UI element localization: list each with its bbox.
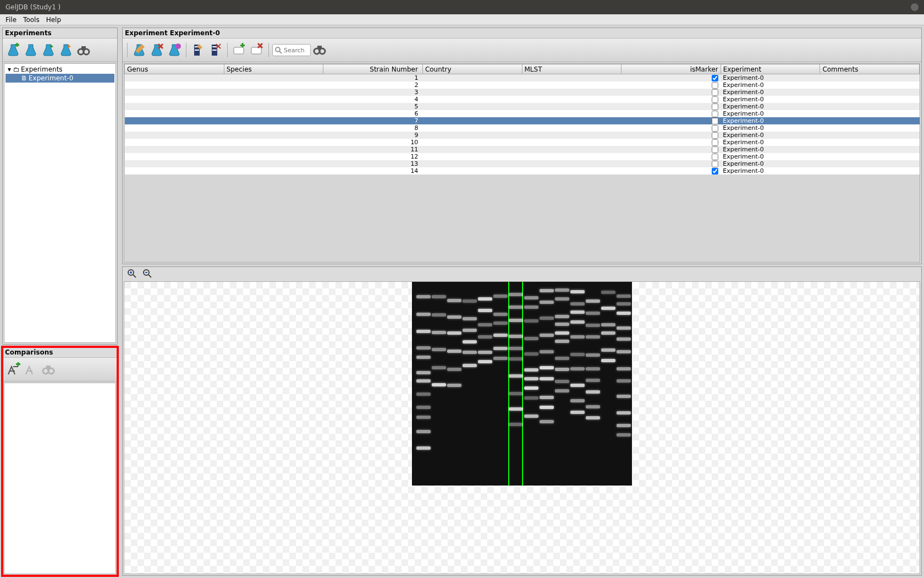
table-row[interactable]: 8Experiment-0 bbox=[125, 124, 920, 132]
cell bbox=[125, 167, 224, 175]
cell bbox=[622, 117, 721, 124]
marker-checkbox[interactable] bbox=[712, 139, 718, 146]
comparison-add-button[interactable] bbox=[5, 361, 21, 378]
cell: 7 bbox=[323, 117, 423, 124]
cell bbox=[125, 132, 224, 139]
cell bbox=[522, 74, 622, 82]
lanes-table[interactable]: GenusSpeciesStrain NumberCountryMLSTisMa… bbox=[124, 64, 920, 175]
cell: Experiment-0 bbox=[721, 146, 820, 153]
experiment-button-2[interactable] bbox=[23, 42, 39, 58]
marker-checkbox[interactable] bbox=[712, 154, 718, 160]
comparisons-panel: Comparisons bbox=[2, 347, 118, 576]
marker-checkbox[interactable] bbox=[712, 96, 718, 103]
svg-point-10 bbox=[175, 43, 181, 49]
col-header[interactable]: Species bbox=[224, 64, 323, 74]
gel-view-panel: // simple synthetic gel lanes bbox=[122, 266, 922, 576]
marker-checkbox[interactable] bbox=[712, 82, 718, 89]
marker-checkbox[interactable] bbox=[712, 146, 718, 153]
marker-checkbox[interactable] bbox=[712, 103, 718, 110]
gel-button-1[interactable] bbox=[190, 42, 206, 58]
tree-item[interactable]: 🗎 Experiment-0 bbox=[6, 74, 114, 83]
table-row[interactable]: 7Experiment-0 bbox=[125, 117, 920, 124]
experiments-tree[interactable]: ▾ 🗀 Experiments 🗎 Experiment-0 bbox=[4, 63, 116, 343]
svg-rect-4 bbox=[81, 46, 86, 50]
cell bbox=[522, 139, 622, 146]
menu-file[interactable]: File bbox=[2, 16, 20, 24]
menu-help[interactable]: Help bbox=[43, 16, 64, 24]
gel-button-2[interactable] bbox=[207, 42, 224, 58]
cell bbox=[224, 160, 323, 167]
cell: Experiment-0 bbox=[721, 117, 820, 124]
marker-checkbox[interactable] bbox=[712, 118, 718, 124]
table-row[interactable]: 12Experiment-0 bbox=[125, 153, 920, 160]
cell bbox=[125, 139, 224, 146]
marker-checkbox[interactable] bbox=[712, 168, 718, 175]
expand-icon[interactable]: ▾ bbox=[7, 66, 12, 73]
cell: 12 bbox=[323, 153, 423, 160]
experiment-button-3[interactable] bbox=[40, 42, 57, 58]
lane-info-button[interactable] bbox=[166, 42, 183, 58]
cell bbox=[522, 146, 622, 153]
table-row[interactable]: 14Experiment-0 bbox=[125, 167, 920, 175]
table-row[interactable]: 9Experiment-0 bbox=[125, 132, 920, 139]
lane-delete-button[interactable] bbox=[148, 42, 165, 58]
table-row[interactable]: 4Experiment-0 bbox=[125, 96, 920, 103]
zoom-in-button[interactable] bbox=[126, 268, 138, 280]
comparison-button-2[interactable] bbox=[23, 361, 39, 378]
table-row[interactable]: 11Experiment-0 bbox=[125, 146, 920, 153]
svg-line-22 bbox=[279, 51, 282, 53]
svg-point-8 bbox=[48, 368, 54, 374]
table-row[interactable]: 10Experiment-0 bbox=[125, 139, 920, 146]
experiment-button-4[interactable] bbox=[58, 42, 74, 58]
marker-checkbox[interactable] bbox=[712, 161, 718, 167]
table-row[interactable]: 5Experiment-0 bbox=[125, 103, 920, 110]
col-header[interactable]: Strain Number bbox=[323, 64, 423, 74]
lane-edit-button[interactable] bbox=[131, 42, 147, 58]
close-icon[interactable] bbox=[911, 3, 919, 11]
cell bbox=[820, 167, 920, 175]
marker-checkbox[interactable] bbox=[712, 75, 718, 81]
cell: 10 bbox=[323, 139, 423, 146]
marker-checkbox[interactable] bbox=[712, 132, 718, 139]
experiment-search-button[interactable] bbox=[75, 42, 92, 58]
menu-tools[interactable]: Tools bbox=[20, 16, 43, 24]
tree-root[interactable]: ▾ 🗀 Experiments bbox=[6, 65, 114, 74]
cell: Experiment-0 bbox=[721, 96, 820, 103]
table-row[interactable]: 2Experiment-0 bbox=[125, 81, 920, 89]
col-header[interactable]: Country bbox=[422, 64, 522, 74]
table-search-button[interactable] bbox=[312, 42, 328, 58]
comparison-search-button[interactable] bbox=[40, 361, 57, 378]
cell: 9 bbox=[323, 132, 423, 139]
cell bbox=[422, 117, 522, 124]
comparisons-tree[interactable] bbox=[4, 383, 116, 574]
card-delete-button[interactable] bbox=[249, 42, 265, 58]
zoom-out-button[interactable] bbox=[141, 268, 153, 280]
cell: Experiment-0 bbox=[721, 139, 820, 146]
marker-checkbox[interactable] bbox=[712, 89, 718, 96]
gel-image: // simple synthetic gel lanes bbox=[412, 282, 632, 486]
table-row[interactable]: 3Experiment-0 bbox=[125, 89, 920, 96]
table-row[interactable]: 13Experiment-0 bbox=[125, 160, 920, 167]
marker-checkbox[interactable] bbox=[712, 125, 718, 132]
table-row[interactable]: 6Experiment-0 bbox=[125, 110, 920, 117]
col-header[interactable]: isMarker bbox=[622, 64, 721, 74]
card-add-button[interactable] bbox=[231, 42, 248, 58]
col-header[interactable]: Comments bbox=[820, 64, 920, 74]
marker-checkbox[interactable] bbox=[712, 111, 718, 117]
cell: Experiment-0 bbox=[721, 103, 820, 110]
col-header[interactable]: Experiment bbox=[721, 64, 820, 74]
col-header[interactable]: MLST bbox=[522, 64, 622, 74]
tree-root-label: Experiments bbox=[21, 66, 63, 73]
experiments-toolbar bbox=[3, 39, 117, 62]
file-icon: 🗎 bbox=[21, 74, 28, 82]
cell bbox=[522, 103, 622, 110]
cell bbox=[522, 89, 622, 96]
gel-view[interactable]: // simple synthetic gel lanes bbox=[124, 281, 920, 574]
table-row[interactable]: 1Experiment-0 bbox=[125, 74, 920, 82]
cell: 13 bbox=[323, 160, 423, 167]
cell bbox=[125, 160, 224, 167]
experiment-add-button[interactable] bbox=[5, 42, 21, 58]
cell bbox=[820, 81, 920, 89]
col-header[interactable]: Genus bbox=[125, 64, 224, 74]
menu-bar: File Tools Help bbox=[0, 14, 924, 25]
